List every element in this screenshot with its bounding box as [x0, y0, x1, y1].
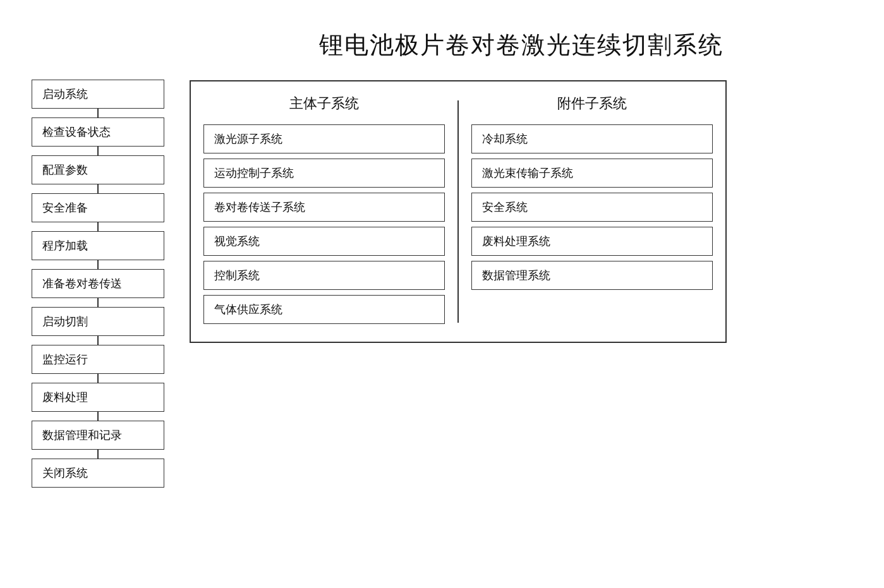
accessory-subsystem-item-2: 安全系统 [471, 193, 713, 222]
accessory-subsystem-item-3: 废料处理系统 [471, 227, 713, 256]
step-box-10: 关闭系统 [32, 459, 164, 488]
main-subsystem-item-5: 气体供应系统 [203, 295, 445, 324]
step-connector-8 [97, 412, 99, 421]
accessory-subsystem-item-1: 激光束传输子系统 [471, 159, 713, 188]
step-connector-2 [97, 184, 99, 193]
step-box-4: 程序加载 [32, 231, 164, 260]
step-connector-9 [97, 450, 99, 459]
step-connector-0 [97, 109, 99, 117]
step-box-6: 启动切割 [32, 307, 164, 336]
step-connector-3 [97, 222, 99, 231]
steps-container: 启动系统检查设备状态配置参数安全准备程序加载准备卷对卷传送启动切割监控运行废料处… [32, 80, 164, 488]
step-box-5: 准备卷对卷传送 [32, 269, 164, 298]
step-box-8: 废料处理 [32, 383, 164, 412]
main-subsystem-item-0: 激光源子系统 [203, 124, 445, 153]
step-connector-5 [97, 298, 99, 307]
system-title: 锂电池极片卷对卷激光连续切割系统 [190, 29, 853, 61]
step-connector-1 [97, 147, 99, 155]
accessory-subsystem-column: 附件子系统 冷却系统激光束传输子系统安全系统废料处理系统数据管理系统 [471, 94, 713, 295]
step-box-7: 监控运行 [32, 345, 164, 374]
step-connector-7 [97, 374, 99, 383]
accessory-subsystem-items: 冷却系统激光束传输子系统安全系统废料处理系统数据管理系统 [471, 124, 713, 295]
main-subsystem-item-2: 卷对卷传送子系统 [203, 193, 445, 222]
step-connector-4 [97, 260, 99, 269]
step-box-3: 安全准备 [32, 193, 164, 222]
main-subsystem-item-3: 视觉系统 [203, 227, 445, 256]
step-box-1: 检查设备状态 [32, 117, 164, 147]
main-subsystem-items: 激光源子系统运动控制子系统卷对卷传送子系统视觉系统控制系统气体供应系统 [203, 124, 445, 329]
subsystems-outer: 主体子系统 激光源子系统运动控制子系统卷对卷传送子系统视觉系统控制系统气体供应系… [190, 80, 727, 343]
accessory-subsystem-title: 附件子系统 [557, 94, 627, 113]
step-connector-6 [97, 336, 99, 345]
main-subsystem-item-1: 运动控制子系统 [203, 159, 445, 188]
accessory-subsystem-item-0: 冷却系统 [471, 124, 713, 153]
step-box-9: 数据管理和记录 [32, 421, 164, 450]
main-subsystem-column: 主体子系统 激光源子系统运动控制子系统卷对卷传送子系统视觉系统控制系统气体供应系… [203, 94, 445, 329]
subsystem-divider [457, 100, 459, 323]
right-system-column: 锂电池极片卷对卷激光连续切割系统 主体子系统 激光源子系统运动控制子系统卷对卷传… [164, 29, 853, 343]
main-subsystem-item-4: 控制系统 [203, 261, 445, 290]
step-box-0: 启动系统 [32, 80, 164, 109]
main-container: 启动系统检查设备状态配置参数安全准备程序加载准备卷对卷传送启动切割监控运行废料处… [19, 16, 866, 572]
accessory-subsystem-item-4: 数据管理系统 [471, 261, 713, 290]
main-subsystem-title: 主体子系统 [289, 94, 359, 113]
left-workflow-column: 启动系统检查设备状态配置参数安全准备程序加载准备卷对卷传送启动切割监控运行废料处… [32, 80, 164, 488]
step-box-2: 配置参数 [32, 155, 164, 184]
